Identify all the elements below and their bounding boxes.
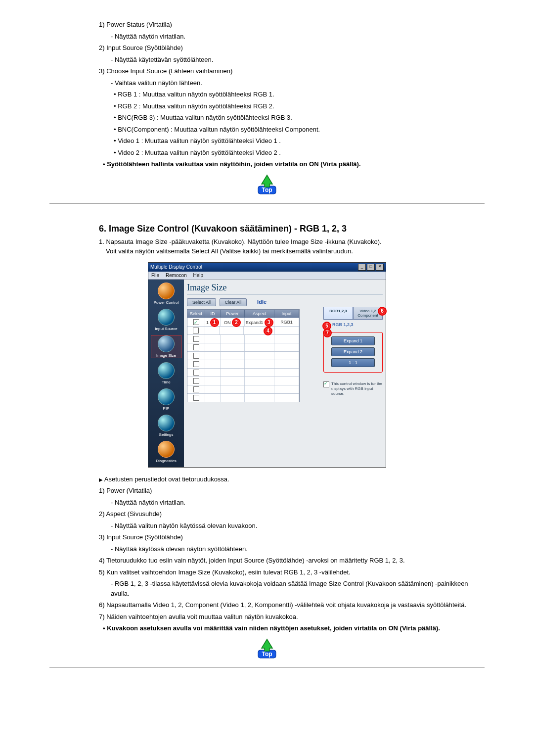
svg-text:Top: Top: [262, 187, 272, 193]
pip-icon: [158, 388, 175, 405]
window-title: Multiple Display Control: [150, 264, 202, 270]
sidebar-label-time: Time: [151, 380, 181, 384]
p5-desc: - RGB 1, 2, 3 -tilassa käytettävissä ole…: [111, 579, 485, 598]
item3-bncrgb3: • BNC(RGB 3) : Muuttaa valitun näytön sy…: [114, 113, 485, 123]
minimize-button[interactable]: _: [358, 264, 366, 271]
sidebar-label-settings: Settings: [151, 432, 181, 437]
sidebar-item-imagesize[interactable]: Image Size: [151, 335, 181, 358]
settings-icon: [158, 415, 175, 431]
p2-desc: - Näyttää valitun näytön käytössä olevan…: [111, 521, 485, 531]
row1-aspect: Expand1 3: [245, 318, 274, 326]
row1-input: RGB1: [274, 318, 299, 326]
back-to-top[interactable]: Top: [49, 174, 485, 196]
row1-id: 1 1: [205, 318, 220, 326]
marker-4: 4: [264, 327, 272, 335]
grid-row-4[interactable]: [187, 343, 299, 351]
sidebar-label-imagesize: Image Size: [151, 353, 181, 358]
menu-file[interactable]: File: [151, 273, 159, 278]
p3-title: 3) Input Source (Syöttölähde): [99, 532, 485, 542]
close-button[interactable]: ✕: [376, 264, 384, 271]
svg-text:Top: Top: [262, 651, 272, 658]
info-box: This control window is for the displays …: [323, 381, 383, 396]
menu-help[interactable]: Help: [193, 273, 204, 278]
imagesize-icon: [158, 335, 175, 352]
row1-power: ON 2: [221, 318, 245, 326]
info-text: This control window is for the displays …: [331, 381, 383, 396]
time-icon: [158, 362, 175, 379]
marker-6: 6: [378, 307, 387, 316]
sidebar-item-diagnostics[interactable]: Diagnostics: [151, 441, 181, 463]
panel-title: Image Size: [187, 283, 383, 294]
app-window: Multiple Display Control _ □ ✕ File Remo…: [148, 262, 386, 468]
grid-row-3[interactable]: [187, 334, 299, 343]
grid-row-2[interactable]: 4: [187, 326, 299, 334]
item3-video1: • Video 1 : Muuttaa valitun näytön syött…: [114, 136, 485, 146]
section6-intro: 1. Napsauta Image Size -pääkuvaketta (Ku…: [99, 237, 485, 256]
sidebar-item-inputsource[interactable]: Input Source: [151, 309, 181, 331]
clear-all-button[interactable]: Clear All: [220, 298, 247, 306]
separator-1: [49, 203, 485, 204]
section6-intro-line2: Voit valita näytön valitsemalla Select A…: [106, 246, 353, 256]
grid-row-10[interactable]: [187, 393, 299, 402]
info-checkbox[interactable]: [323, 381, 329, 387]
display-grid: Select ID Power Aspect Input 1 1 ON 2 Ex…: [187, 309, 300, 402]
grid-row-7[interactable]: [187, 368, 299, 377]
power-icon: [158, 283, 175, 299]
tab-pair: RGB1,2,3 Video 1,2 Component 6: [323, 307, 383, 320]
option-1-1[interactable]: 1 : 1: [331, 358, 375, 367]
grid-row-9[interactable]: [187, 385, 299, 393]
p2-title: 2) Aspect (Sivusuhde): [99, 509, 485, 519]
col-id: ID: [205, 310, 220, 318]
row1-checkbox[interactable]: [187, 318, 205, 326]
section6-intro-line1: 1. Napsauta Image Size -pääkuvaketta (Ku…: [99, 238, 382, 245]
maximize-button[interactable]: □: [367, 264, 375, 271]
menubar: File Remocon Help: [148, 272, 386, 280]
p5: 5) Kun valitset vaihtoehdon Image Size (…: [99, 567, 485, 577]
titlebar: Multiple Display Control _ □ ✕: [148, 263, 386, 272]
top-icon: Top: [257, 174, 277, 195]
item1-desc: - Näyttää näytön virtatilan.: [111, 32, 485, 42]
grid-header: Select ID Power Aspect Input: [187, 310, 299, 318]
marker-3: 3: [265, 318, 273, 327]
sidebar-item-pip[interactable]: PIP: [151, 388, 181, 411]
menu-remocon[interactable]: Remocon: [166, 273, 187, 278]
item2-desc: - Näyttää käytettävän syöttölähteen.: [111, 55, 485, 65]
grid-row-6[interactable]: [187, 360, 299, 368]
sub-tab-label: RGB 1,2,3: [332, 322, 354, 327]
sidebar: Power Control Input Source Image Size Ti…: [148, 280, 184, 467]
section6-note: Kuvakoon asetuksen avulla voi määrittää …: [103, 623, 485, 633]
option-expand1[interactable]: Expand 1: [331, 336, 375, 345]
section-top-note: Syöttölähteen hallinta vaikuttaa vain nä…: [103, 159, 485, 169]
item3-video2: • Video 2 : Muuttaa valitun näytön syött…: [114, 148, 485, 158]
right-panel: RGB1,2,3 Video 1,2 Component 6 5 RGB 1,2…: [323, 307, 383, 396]
sidebar-label-inputsource: Input Source: [151, 327, 181, 331]
col-power: Power: [221, 310, 245, 318]
item3-rgb2: • RGB 2 : Muuttaa valitun näytön syöttöl…: [114, 101, 485, 111]
grid-row-1[interactable]: 1 1 ON 2 Expand1 3 RGB1: [187, 318, 299, 326]
option-expand2[interactable]: Expand 2: [331, 347, 375, 356]
sidebar-item-time[interactable]: Time: [151, 362, 181, 384]
marker-7: 7: [323, 329, 332, 337]
tab-rgb[interactable]: RGB1,2,3: [323, 307, 353, 320]
p1-title: 1) Power (Virtatila): [99, 486, 485, 496]
grid-row-5[interactable]: [187, 351, 299, 360]
app-body: Power Control Input Source Image Size Ti…: [148, 280, 386, 467]
top-icon-2: Top: [257, 638, 277, 659]
sidebar-item-settings[interactable]: Settings: [151, 415, 181, 437]
p6: 6) Napsauttamalla Video 1, 2, Component …: [99, 600, 485, 610]
p3-desc: - Näyttää käytössä olevan näytön syöttöl…: [111, 544, 485, 554]
document-page: 1) Power Status (Virtatila) - Näyttää nä…: [0, 0, 534, 688]
back-to-top-2[interactable]: Top: [49, 638, 485, 661]
item3-bnccomp: • BNC(Component) : Muuttaa valitun näytö…: [114, 125, 485, 135]
diagnostics-icon: [158, 441, 175, 458]
window-buttons: _ □ ✕: [358, 264, 384, 271]
item3-desc: - Vaihtaa valitun näytön lähteen.: [111, 78, 485, 88]
sidebar-label-diagnostics: Diagnostics: [151, 459, 181, 463]
select-all-button[interactable]: Select All: [187, 298, 216, 306]
sidebar-item-power[interactable]: Power Control: [151, 283, 181, 305]
grid-row-8[interactable]: [187, 377, 299, 385]
p4: 4) Tietoruudukko tuo esiin vain näytöt, …: [99, 556, 485, 566]
marker-2: 2: [232, 318, 241, 327]
toolbar-row: Select All Clear All Idle: [187, 298, 383, 306]
col-input: Input: [274, 310, 299, 318]
